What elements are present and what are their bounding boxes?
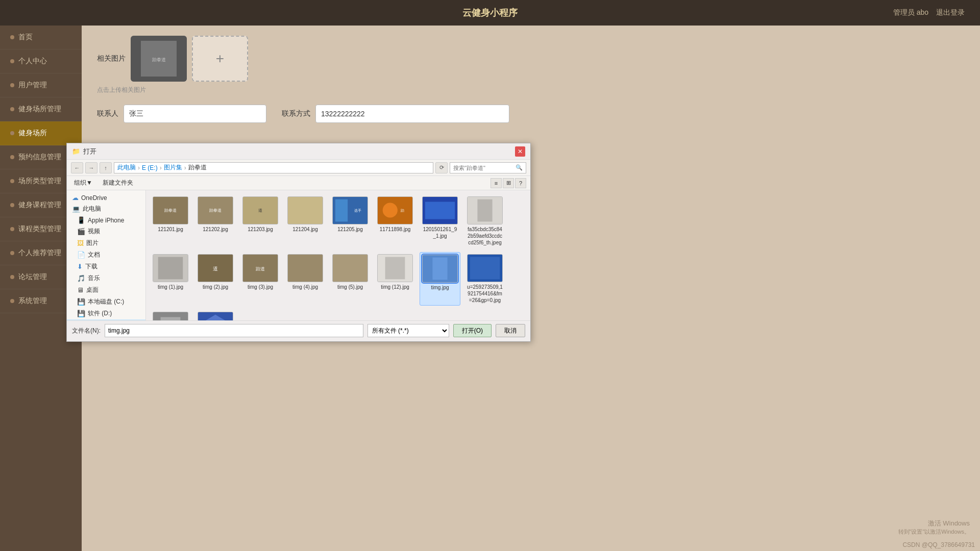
- search-input[interactable]: [453, 165, 516, 171]
- image-thumb-1: 跆拳道: [131, 36, 187, 82]
- view-help-button[interactable]: ?: [515, 178, 526, 188]
- svg-rect-31: [432, 258, 447, 280]
- file-item[interactable]: 跆 11711898.jpg: [375, 194, 415, 248]
- file-name: 121201.jpg: [158, 226, 183, 233]
- sidebar-item-label: 健身场所管理: [18, 105, 61, 114]
- file-item[interactable]: fa35cbdc35c84 2b59aefd3ccdc cd25f6_th.jp…: [464, 194, 505, 248]
- organize-button[interactable]: 组织▼: [71, 178, 95, 188]
- file-thumbnail: [198, 312, 233, 320]
- add-image-button[interactable]: +: [192, 36, 248, 82]
- svg-text:道: 道: [213, 266, 218, 271]
- cancel-button[interactable]: 取消: [496, 324, 525, 337]
- open-button[interactable]: 打开(O): [453, 324, 492, 337]
- file-thumbnail: 选手: [332, 196, 368, 224]
- file-item[interactable]: 跆道 timg (3).jpg: [240, 252, 281, 306]
- path-segment-4: 跆拳道: [188, 163, 207, 172]
- dialog-file-area: 跆拳道 121201.jpg 跆拳道 121202.jpg 道 121203.j…: [146, 190, 530, 320]
- dialog-toolbar: ← → ↑ 此电脑 › E (E:) › 图片集 › 跆拳道 ⟳ 🔍: [67, 160, 530, 176]
- file-item[interactable]: 121204.jpg: [285, 194, 326, 248]
- filename-input[interactable]: [105, 324, 363, 337]
- file-name: timg.jpg: [431, 284, 449, 291]
- file-thumbnail: 跆拳道: [153, 196, 188, 224]
- file-item[interactable]: 1201501261_9_1.jpg: [420, 194, 460, 248]
- tree-item-pictures[interactable]: 🖼 图片: [67, 237, 145, 249]
- svg-text:道: 道: [258, 208, 262, 213]
- related-images-label: 相关图片: [97, 54, 126, 63]
- video-folder-icon: 🎬: [77, 228, 85, 235]
- sidebar-item-personal[interactable]: 个人中心: [0, 49, 82, 73]
- download-folder-icon: ⬇: [77, 263, 83, 270]
- dialog-close-button[interactable]: ✕: [515, 146, 525, 157]
- file-name: 121205.jpg: [337, 226, 363, 233]
- nav-up-button[interactable]: ↑: [100, 162, 112, 173]
- sidebar-item-label: 系统管理: [18, 296, 47, 306]
- file-item-selected[interactable]: timg.jpg: [420, 252, 460, 306]
- contact-person-label: 联系人: [97, 109, 118, 118]
- file-name: fa35cbdc35c84 2b59aefd3ccdc cd25f6_th.jp…: [467, 226, 503, 246]
- tree-item-computer[interactable]: 💻 此电脑: [67, 203, 145, 215]
- tree-item-drive-e[interactable]: 💾 E (E:): [67, 319, 145, 320]
- tree-item-onedrive[interactable]: ☁ OneDrive: [67, 192, 145, 203]
- dialog-titlebar: 📁 打开 ✕: [67, 143, 530, 160]
- file-item[interactable]: timg (12).jpg: [375, 252, 415, 306]
- dialog-bottom: 文件名(N): 所有文件 (*.*) 打开(O) 取消: [67, 320, 530, 340]
- phone-icon: 📱: [77, 216, 85, 224]
- contact-method-label: 联系方式: [282, 109, 310, 118]
- sidebar-item-gym[interactable]: 健身场所: [0, 121, 82, 145]
- pictures-folder-icon: 🖼: [77, 239, 84, 247]
- sidebar-item-gym-mgmt[interactable]: 健身场所管理: [0, 97, 82, 121]
- filetype-select[interactable]: 所有文件 (*.*): [368, 324, 449, 337]
- tree-item-label: 桌面: [86, 286, 99, 294]
- tree-item-drive-c[interactable]: 💾 本地磁盘 (C:): [67, 296, 145, 308]
- refresh-button[interactable]: ⟳: [435, 162, 448, 173]
- dialog-title: 📁 打开: [72, 147, 96, 156]
- contact-person-input[interactable]: [124, 105, 266, 123]
- tree-item-music[interactable]: 🎵 音乐: [67, 272, 145, 284]
- nav-forward-button[interactable]: →: [85, 162, 97, 173]
- logout-button[interactable]: 退出登录: [936, 8, 965, 17]
- tree-item-drive-d[interactable]: 💾 软件 (D:): [67, 308, 145, 319]
- file-thumbnail: [467, 254, 503, 282]
- tree-item-label: OneDrive: [81, 194, 107, 202]
- file-item[interactable]: 选手 121205.jpg: [330, 194, 371, 248]
- file-name: 121204.jpg: [292, 226, 318, 233]
- svg-text:跆拳道: 跆拳道: [152, 57, 166, 62]
- file-item[interactable]: timg (1).jpg: [150, 252, 191, 306]
- new-folder-button[interactable]: 新建文件夹: [100, 178, 136, 188]
- nav-separator: ›: [160, 164, 162, 171]
- sidebar-item-label: 论坛管理: [18, 272, 47, 282]
- tree-item-documents[interactable]: 📄 文档: [67, 249, 145, 261]
- file-item[interactable]: timg (4).jpg: [285, 252, 326, 306]
- file-item[interactable]: 跆拳道 121202.jpg: [195, 194, 236, 248]
- tree-item-downloads[interactable]: ⬇ 下载: [67, 261, 145, 272]
- tree-item-video[interactable]: 🎬 视频: [67, 226, 145, 237]
- view-grid-button[interactable]: ⊞: [503, 178, 514, 188]
- file-item[interactable]: u=121062145,7 2329799912&f m=26&gp=0.jpg: [195, 310, 236, 320]
- file-item[interactable]: 道 121203.jpg: [240, 194, 281, 248]
- file-item[interactable]: u=259273509,1 921754416&fm =26&gp=0.jpg: [464, 252, 505, 306]
- file-name: timg (4).jpg: [292, 284, 318, 290]
- contact-method-input[interactable]: [315, 105, 509, 123]
- dot-icon: [10, 227, 14, 231]
- dot-icon: [10, 131, 14, 135]
- path-segment-1[interactable]: 此电脑: [117, 163, 136, 172]
- tree-item-apple-iphone[interactable]: 📱 Apple iPhone: [67, 215, 145, 226]
- dot-icon: [10, 251, 14, 255]
- file-thumbnail: [287, 196, 323, 224]
- file-thumbnail: [332, 254, 368, 282]
- file-item[interactable]: 道 timg (2).jpg: [195, 252, 236, 306]
- tree-item-label: 文档: [88, 251, 100, 259]
- file-item[interactable]: 跆拳道 121201.jpg: [150, 194, 191, 248]
- file-item[interactable]: timg (5).jpg: [330, 252, 371, 306]
- svg-rect-27: [333, 255, 368, 282]
- upload-hint: 点击上传相关图片: [97, 86, 965, 94]
- file-item[interactable]: u=445066131,1 507590215&fm =26&gp=0.jpg: [150, 310, 191, 320]
- path-segment-3[interactable]: 图片集: [164, 163, 182, 172]
- view-list-button[interactable]: ≡: [491, 178, 502, 188]
- path-segment-2[interactable]: E (E:): [142, 164, 158, 171]
- tree-item-label: 下载: [85, 262, 97, 271]
- sidebar-item-users[interactable]: 用户管理: [0, 73, 82, 97]
- sidebar-item-home[interactable]: 首页: [0, 26, 82, 49]
- nav-back-button[interactable]: ←: [71, 162, 83, 173]
- tree-item-desktop[interactable]: 🖥 桌面: [67, 284, 145, 296]
